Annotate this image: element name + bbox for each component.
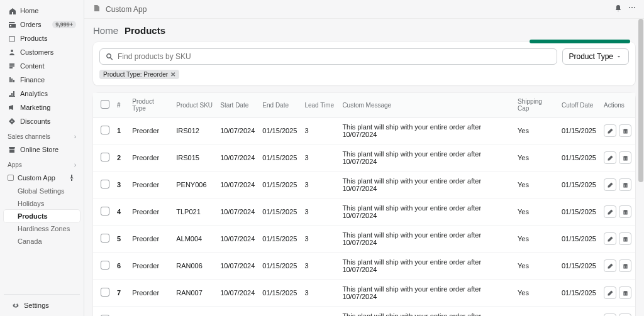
gear-icon [11,301,20,310]
search-box[interactable] [99,48,557,65]
row-checkbox[interactable] [101,126,109,134]
nav-orders[interactable]: Orders9,999+ [4,18,80,31]
row-checkbox[interactable] [101,180,109,188]
col-header[interactable]: Product SKU [172,93,216,117]
cell-ship: Yes [514,253,558,280]
nav-label: Finance [20,76,45,84]
delete-button[interactable] [619,232,631,245]
cell-lead: 3 [301,144,338,172]
product-type-filter[interactable]: Product Type [562,48,630,65]
col-header[interactable]: # [113,93,128,117]
col-header[interactable]: Custom Message [338,93,514,117]
cell-lead: 3 [301,172,338,199]
cell-cutoff: 01/15/2025 [558,117,600,144]
settings-nav[interactable]: Settings [8,298,76,312]
search-input[interactable] [118,52,552,61]
col-header[interactable]: Shipping Cap [514,93,558,117]
nav-customers[interactable]: Customers [4,45,80,59]
scrollbar[interactable] [638,19,643,316]
cell-cutoff: 01/15/2025 [558,226,600,253]
edit-button[interactable] [604,286,616,299]
subnav-holidays[interactable]: Holidays [4,197,80,210]
apps-header[interactable]: Apps› [0,156,84,171]
delete-button[interactable] [619,313,631,316]
subnav-hardiness-zones[interactable]: Hardiness Zones [4,222,80,235]
cell-sku: ALM004 [172,226,216,253]
discounts-icon [8,117,16,126]
delete-button[interactable] [619,124,631,137]
row-checkbox[interactable] [101,207,109,215]
delete-button[interactable] [619,259,631,272]
chip-remove[interactable]: ✕ [170,71,175,78]
pin-icon [67,173,76,182]
edit-button[interactable] [604,313,616,316]
subnav-canada[interactable]: Canada [4,235,80,248]
cell-msg: This plant will ship with your entire or… [338,307,514,317]
nav-label: Analytics [20,90,48,97]
orders-icon [8,20,16,29]
subnav-global-settings[interactable]: Global Settings [4,185,80,197]
edit-button[interactable] [604,259,616,272]
delete-button[interactable] [619,286,631,299]
cell-num: 2 [113,144,128,172]
nav-discounts[interactable]: Discounts [4,114,80,128]
col-header[interactable]: Cutoff Date [558,93,600,117]
file-icon [92,4,101,14]
table-row: 2PreorderIRS01510/07/202401/15/20253This… [93,144,635,172]
col-header[interactable]: Actions [600,93,635,117]
col-header[interactable]: End Date [258,93,301,117]
cell-sku: IRS015 [172,144,216,172]
cell-lead: 3 [301,307,338,317]
nav-finance[interactable]: Finance [4,73,80,87]
edit-button[interactable] [604,232,616,245]
more-icon[interactable] [628,4,636,14]
subnav-products[interactable]: Products [4,210,80,222]
nav-marketing[interactable]: Marketing [4,101,80,114]
edit-button[interactable] [604,151,616,164]
select-all-checkbox[interactable] [101,100,109,109]
nav-app-custom-app[interactable]: Custom App [4,171,80,185]
pin-icon[interactable] [614,4,623,14]
cell-type: Preorder [128,226,172,253]
marketing-icon [8,103,16,112]
cell-cutoff: 01/15/2025 [558,280,600,307]
edit-button[interactable] [604,205,616,218]
col-header[interactable]: Product Type [128,93,172,117]
nav-content[interactable]: Content [4,59,80,73]
delete-button[interactable] [619,151,631,164]
cell-lead: 3 [301,226,338,253]
cell-msg: This plant will ship with your entire or… [338,199,514,226]
cell-end: 01/15/2025 [258,144,301,172]
row-checkbox[interactable] [101,261,109,270]
progress-bar [530,40,630,43]
sidebar: HomeOrders9,999+ProductsCustomersContent… [0,0,84,316]
row-checkbox[interactable] [101,234,109,242]
col-header[interactable]: Start Date [216,93,258,117]
col-header[interactable]: Lead Time [301,93,338,117]
nav-analytics[interactable]: Analytics [4,87,80,101]
cell-start: 10/07/2024 [216,199,258,226]
cell-end: 01/15/2025 [258,253,301,280]
nav-label: Orders [20,21,42,28]
cell-ship: Yes [514,280,558,307]
breadcrumb-home[interactable]: Home [93,25,118,36]
delete-button[interactable] [619,205,631,218]
sales-channels-header[interactable]: Sales channels› [0,128,84,143]
cell-type: Preorder [128,117,172,144]
store-icon [8,145,16,154]
nav-products[interactable]: Products [4,31,80,45]
caret-down-icon [616,53,622,60]
nav-label: Content [20,62,45,70]
delete-button[interactable] [619,178,631,191]
cell-num: 3 [113,172,128,199]
edit-button[interactable] [604,124,616,137]
table-row: 3PreorderPENY00610/07/202401/15/20253Thi… [93,172,635,199]
edit-button[interactable] [604,178,616,191]
nav-home[interactable]: Home [4,4,80,18]
cell-cutoff: 01/15/2025 [558,253,600,280]
row-checkbox[interactable] [101,153,109,161]
nav-online-store[interactable]: Online Store [4,143,80,156]
cell-ship: Yes [514,117,558,144]
cell-num: 1 [113,117,128,144]
row-checkbox[interactable] [101,288,109,297]
